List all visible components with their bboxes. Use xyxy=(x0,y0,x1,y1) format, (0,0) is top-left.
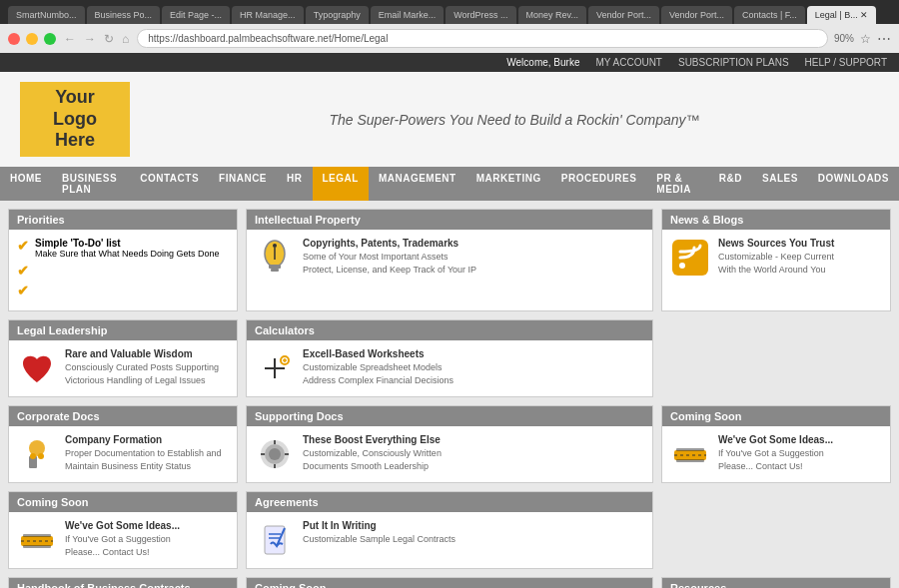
my-account-link[interactable]: MY ACCOUNT xyxy=(595,57,662,68)
nav-buttons: ← → ↻ ⌂ xyxy=(62,32,131,46)
tab-9[interactable]: Vendor Port... xyxy=(588,6,659,24)
row-1: Priorities ✔ Simple 'To-Do' list Make Su… xyxy=(8,209,891,311)
handbook-header: Handbook of Business Contracts xyxy=(9,578,237,588)
check-icon-3: ✔ xyxy=(17,283,29,298)
tab-10[interactable]: Vendor Port... xyxy=(661,6,732,24)
priorities-body: ✔ Simple 'To-Do' list Make Sure that Wha… xyxy=(9,230,237,310)
svg-rect-1 xyxy=(269,265,281,269)
close-btn[interactable] xyxy=(8,33,20,45)
tab-1[interactable]: SmartNumbo... xyxy=(8,6,85,24)
corporate-icon xyxy=(17,434,57,474)
nav-pr-media[interactable]: PR & MEDIA xyxy=(646,167,709,201)
coming-soon-1-header: Coming Soon xyxy=(662,406,890,426)
corporate-docs-text: Company Formation Proper Documentation t… xyxy=(65,434,222,472)
news-card[interactable]: News & Blogs News Sources You Trust Cust… xyxy=(661,209,891,311)
tab-5[interactable]: Typography xyxy=(306,6,369,24)
agreements-text: Put It In Writing Customizable Sample Le… xyxy=(303,520,455,546)
menu-icon[interactable]: ⋯ xyxy=(877,31,891,47)
tagline: The Super-Powers You Need to Build a Roc… xyxy=(150,112,879,128)
nav-procedures[interactable]: PROCEDURES xyxy=(551,167,647,201)
svg-rect-27 xyxy=(21,536,53,546)
logo-box: Your Logo Here xyxy=(20,82,130,157)
ip-card[interactable]: Intellectual Property Copyrights, Patent… xyxy=(246,209,653,311)
logo-text: Your Logo Here xyxy=(53,87,97,152)
main-nav: HOME BUSINESS PLAN CONTACTS FINANCE HR L… xyxy=(0,167,899,201)
corporate-docs-header: Corporate Docs xyxy=(9,406,237,426)
tab-3[interactable]: Edit Page -... xyxy=(162,6,230,24)
supporting-docs-body: These Boost Everything Else Customizable… xyxy=(247,426,652,482)
coming-soon-1-card[interactable]: Coming Soon We've Got Some Ideas... If Y… xyxy=(661,405,891,483)
rss-icon xyxy=(670,238,710,278)
legal-leadership-text: Rare and Valuable Wisdom Consciously Cur… xyxy=(65,348,219,386)
tab-8[interactable]: Money Rev... xyxy=(518,6,586,24)
svg-rect-23 xyxy=(674,450,706,460)
svg-point-15 xyxy=(38,453,44,459)
news-text: News Sources You Trust Customizable - Ke… xyxy=(718,238,834,276)
tab-2[interactable]: Business Po... xyxy=(87,6,161,24)
corporate-docs-card[interactable]: Corporate Docs Company Formation Proper … xyxy=(8,405,238,483)
coming-soon-2-header: Coming Soon xyxy=(9,492,237,512)
nav-downloads[interactable]: DOWNLOADS xyxy=(808,167,899,201)
coming-soon-2-card[interactable]: Coming Soon We've Got Some Ideas... If Y… xyxy=(8,491,238,569)
tab-7[interactable]: WordPress ... xyxy=(446,6,515,24)
calculators-card[interactable]: Calculators Excell-Based Worksheets xyxy=(246,319,653,397)
browser-chrome: SmartNumbo... Business Po... Edit Page -… xyxy=(0,0,899,24)
news-header: News & Blogs xyxy=(662,210,890,230)
corporate-docs-body: Company Formation Proper Documentation t… xyxy=(9,426,237,482)
ip-text: Copyrights, Patents, Trademarks Some of … xyxy=(303,238,476,276)
priority-text-1: Simple 'To-Do' list Make Sure that What … xyxy=(35,238,220,259)
svg-rect-29 xyxy=(23,545,51,548)
nav-contacts[interactable]: CONTACTS xyxy=(130,167,209,201)
tab-6[interactable]: Email Marke... xyxy=(371,6,445,24)
legal-leadership-card[interactable]: Legal Leadership Rare and Valuable Wisdo… xyxy=(8,319,238,397)
nav-home[interactable]: HOME xyxy=(0,167,52,201)
row-4: Coming Soon We've Got Some Ideas... If Y… xyxy=(8,491,891,569)
legal-leadership-header: Legal Leadership xyxy=(9,320,237,340)
nav-sales[interactable]: SALES xyxy=(752,167,808,201)
tab-4[interactable]: HR Manage... xyxy=(232,6,304,24)
tab-11[interactable]: Contacts | F... xyxy=(734,6,805,24)
row-5: Handbook of Business Contracts Articles … xyxy=(8,577,891,588)
nav-marketing[interactable]: MARKETING xyxy=(466,167,551,201)
supporting-docs-card[interactable]: Supporting Docs xyxy=(246,405,653,483)
agreements-body: Put It In Writing Customizable Sample Le… xyxy=(247,512,652,568)
bookmark-icon: ☆ xyxy=(860,32,871,46)
url-text: https://dashboard.palmbeachsoftware.net/… xyxy=(148,33,388,44)
agreements-icon xyxy=(255,520,295,560)
check-icon-2: ✔ xyxy=(17,263,29,279)
svg-rect-5 xyxy=(672,240,708,276)
nav-finance[interactable]: FINANCE xyxy=(209,167,277,201)
priorities-card: Priorities ✔ Simple 'To-Do' list Make Su… xyxy=(8,209,238,311)
svg-rect-25 xyxy=(676,459,704,462)
nav-rd[interactable]: R&D xyxy=(709,167,752,201)
help-link[interactable]: HELP / SUPPORT xyxy=(805,57,887,68)
nav-hr[interactable]: HR xyxy=(277,167,312,201)
priority-item-1: ✔ Simple 'To-Do' list Make Sure that Wha… xyxy=(17,238,229,259)
resources-header: Resources xyxy=(662,578,890,588)
home-btn[interactable]: ⌂ xyxy=(120,32,131,46)
check-icon-1: ✔ xyxy=(17,238,29,254)
svg-rect-2 xyxy=(271,269,279,272)
nav-management[interactable]: MANAGEMENT xyxy=(369,167,466,201)
minimize-btn[interactable] xyxy=(26,33,38,45)
resources-card[interactable]: Resources Selected Products & Services t… xyxy=(661,577,891,588)
ip-icon xyxy=(255,238,295,278)
maximize-btn[interactable] xyxy=(44,33,56,45)
coming-soon-3-card[interactable]: Coming Soon We've Got Some Ideas... If Y… xyxy=(246,577,653,588)
reload-btn[interactable]: ↻ xyxy=(102,32,116,46)
subscription-link[interactable]: SUBSCRIPTION PLANS xyxy=(678,57,789,68)
handbook-card[interactable]: Handbook of Business Contracts Articles … xyxy=(8,577,238,588)
coming-soon-1-body: We've Got Some Ideas... If You've Got a … xyxy=(662,426,890,482)
tab-12-legal[interactable]: Legal | B... ✕ xyxy=(807,6,876,24)
svg-point-6 xyxy=(679,263,685,269)
svg-point-18 xyxy=(269,448,281,460)
nav-business-plan[interactable]: BUSINESS PLAN xyxy=(52,167,130,201)
agreements-card[interactable]: Agreements Put It In Writing Cust xyxy=(246,491,653,569)
svg-rect-31 xyxy=(265,526,285,554)
nav-legal[interactable]: LEGAL xyxy=(313,167,369,201)
forward-arrow[interactable]: → xyxy=(82,32,98,46)
address-bar[interactable]: https://dashboard.palmbeachsoftware.net/… xyxy=(137,29,828,48)
coming-soon-2-icon xyxy=(17,520,57,560)
back-arrow[interactable]: ← xyxy=(62,32,78,46)
header: Your Logo Here The Super-Powers You Need… xyxy=(0,72,899,167)
